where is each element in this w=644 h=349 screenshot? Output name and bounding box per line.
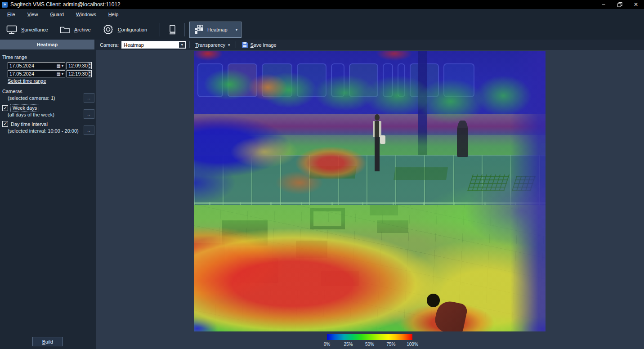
legend-tick: 0% xyxy=(324,342,330,347)
book-icon xyxy=(167,24,177,35)
app-logo-icon: » xyxy=(2,2,8,8)
day-interval-row: ✓ Day time interval xyxy=(2,121,48,127)
camera-select[interactable]: Heatmap ▾ xyxy=(121,41,186,49)
title-bar: » Sagitech VMS Client: admin@localhost:1… xyxy=(0,0,644,9)
chevron-down-icon: ▾ xyxy=(236,27,238,32)
toolbar-separator xyxy=(189,41,190,48)
spin-up-icon[interactable]: ▲ xyxy=(88,71,91,74)
end-date-field[interactable]: 17.05.2024 ▦▾ xyxy=(8,70,65,77)
save-floppy-icon xyxy=(242,41,248,48)
menu-help[interactable]: Help xyxy=(106,10,121,18)
heat-overlay xyxy=(194,51,546,331)
transparency-label: Transparency xyxy=(195,42,225,48)
select-time-range-link[interactable]: Select time range xyxy=(8,78,46,84)
day-interval-label[interactable]: Day time interval xyxy=(11,121,48,127)
end-date-value: 17.05.2024 xyxy=(8,71,57,76)
spin-down-icon[interactable]: ▼ xyxy=(88,66,91,69)
menu-bar: File View Guard Windows Help xyxy=(0,9,644,19)
legend-tick: 25% xyxy=(344,342,353,347)
day-interval-more-button[interactable]: .. xyxy=(84,125,94,135)
save-image-button[interactable]: Save image xyxy=(240,40,278,49)
camera-select-value: Heatmap xyxy=(122,42,179,48)
close-button[interactable]: ✕ xyxy=(628,0,644,9)
legend-gradient-bar xyxy=(327,334,412,340)
folder-icon xyxy=(60,25,70,34)
heatmap-panel: Heatmap Time range 17.05.2024 ▦▾ 12:09:3… xyxy=(0,40,96,349)
week-days-more-button[interactable]: .. xyxy=(84,109,94,119)
person-bag xyxy=(380,135,385,143)
start-date-value: 17.05.2024 xyxy=(8,63,57,68)
heatmap-image xyxy=(194,51,546,331)
surveillance-label: Surveillance xyxy=(21,27,48,32)
day-interval-checkbox[interactable]: ✓ xyxy=(2,121,8,127)
legend-tick: 75% xyxy=(386,342,395,347)
cameras-label: Cameras xyxy=(2,89,22,94)
restore-icon xyxy=(617,2,622,7)
cameras-more-button[interactable]: .. xyxy=(84,93,94,103)
save-image-label: Save image xyxy=(250,42,277,48)
calendar-dropdown-icon[interactable]: ▦▾ xyxy=(57,72,65,76)
person-silhouette xyxy=(427,294,440,307)
spin-down-icon[interactable]: ▼ xyxy=(88,74,91,77)
cameras-detail: (selected cameras: 1) xyxy=(8,95,55,101)
toolbar-separator xyxy=(160,23,160,36)
day-interval-detail: (selected interval: 10:00 - 20:00) xyxy=(8,128,79,134)
time-spinner[interactable]: ▲▼ xyxy=(88,71,91,77)
week-days-row: ✓ Week days xyxy=(2,105,39,111)
week-days-detail: (all days of the week) xyxy=(8,112,54,117)
chevron-down-icon[interactable]: ▾ xyxy=(179,42,185,48)
end-time-field[interactable]: 12:19:30 ▲▼ xyxy=(67,70,92,77)
heatmap-view: 0% 25% 50% 75% 100% xyxy=(96,50,644,349)
week-days-label[interactable]: Week days xyxy=(11,105,39,111)
transparency-button[interactable]: Transparency ▾ xyxy=(193,41,232,49)
toolbar-separator xyxy=(236,41,236,48)
time-range-label: Time range xyxy=(2,54,27,60)
menu-windows[interactable]: Windows xyxy=(73,10,99,18)
legend-tick: 50% xyxy=(365,342,374,347)
surveillance-button[interactable]: Surveillance xyxy=(4,22,51,37)
menu-file[interactable]: File xyxy=(4,10,18,18)
week-days-checkbox[interactable]: ✓ xyxy=(2,105,8,111)
toolbar: Surveillance Archive Configuration xyxy=(0,19,644,40)
heatmap-legend: 0% 25% 50% 75% 100% xyxy=(327,334,412,349)
spin-up-icon[interactable]: ▲ xyxy=(88,63,91,66)
chevron-down-icon: ▾ xyxy=(228,43,230,47)
start-date-field[interactable]: 17.05.2024 ▦▾ xyxy=(8,62,65,69)
camera-toolbar: Camera: Heatmap ▾ Transparency ▾ Save im… xyxy=(96,40,644,50)
restore-button[interactable] xyxy=(612,0,628,9)
window-title: Sagitech VMS Client: admin@localhost:110… xyxy=(10,1,121,8)
build-button[interactable]: Build xyxy=(32,337,63,346)
heatmap-grid-icon xyxy=(194,25,204,34)
archive-label: Archive xyxy=(74,27,91,32)
heatmap-button[interactable]: Heatmap ▾ xyxy=(189,22,242,38)
person-silhouette xyxy=(457,121,468,157)
configuration-label: Configuration xyxy=(118,27,147,32)
journal-button[interactable] xyxy=(165,22,180,38)
time-spinner[interactable]: ▲▼ xyxy=(88,63,91,69)
gear-icon xyxy=(103,24,114,35)
menu-view[interactable]: View xyxy=(25,10,41,18)
person-head xyxy=(375,114,380,121)
configuration-button[interactable]: Configuration xyxy=(100,21,150,38)
menu-guard[interactable]: Guard xyxy=(47,10,67,18)
panel-header: Heatmap xyxy=(0,40,94,49)
end-time-value: 12:19:30 xyxy=(67,71,88,76)
person-silhouette xyxy=(370,114,384,173)
person-torso xyxy=(373,121,381,138)
start-time-value: 12:09:30 xyxy=(67,63,88,68)
calendar-dropdown-icon[interactable]: ▦▾ xyxy=(57,63,65,68)
start-time-field[interactable]: 12:09:30 ▲▼ xyxy=(67,62,92,69)
window-controls: – ✕ xyxy=(595,0,644,9)
toolbar-separator xyxy=(184,23,185,36)
person-legs xyxy=(375,137,380,171)
heatmap-button-label: Heatmap xyxy=(207,27,228,32)
camera-label: Camera: xyxy=(100,42,119,48)
monitor-icon xyxy=(6,25,17,35)
legend-tick: 100% xyxy=(407,342,418,347)
minimize-button[interactable]: – xyxy=(595,0,612,9)
archive-button[interactable]: Archive xyxy=(57,22,94,37)
